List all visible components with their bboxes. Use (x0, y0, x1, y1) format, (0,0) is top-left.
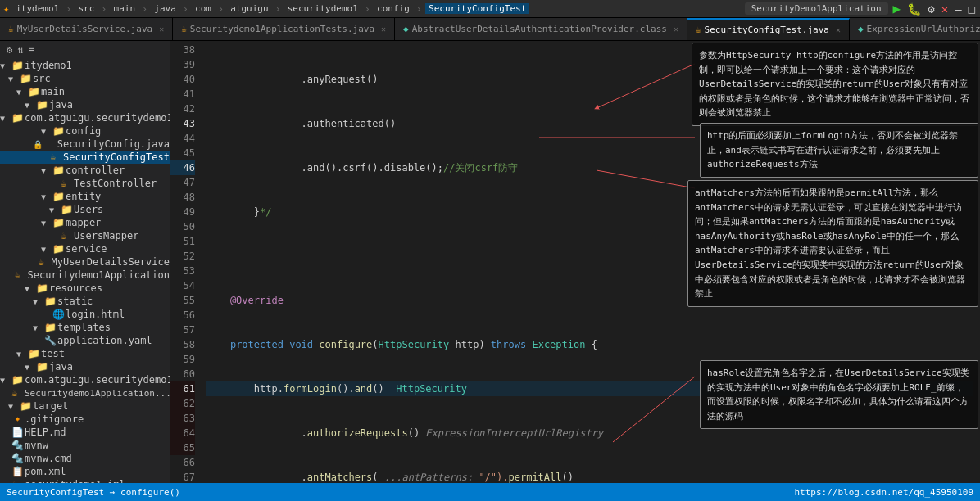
settings-icon[interactable]: ⚙ (926, 2, 936, 16)
status-bar: SecurityConfigTest → configure() https:/… (0, 483, 980, 501)
ln-61: 61 (170, 381, 195, 396)
ln-55: 55 (170, 293, 195, 308)
ln-60: 60 (170, 367, 195, 381)
ln-50: 50 (170, 219, 195, 234)
sidebar-item-appyaml[interactable]: 🔧application.yaml (0, 334, 170, 347)
sidebar-item-controller[interactable]: ▼📁controller (0, 164, 170, 177)
sidebar-item-com-atguigu[interactable]: ▼📁com.atguigu.securitydemo1 (0, 111, 170, 124)
sidebar-expand-icon[interactable]: ⇅ (17, 44, 23, 56)
ln-48: 48 (170, 190, 195, 205)
code-line-45: http.formLogin().and() HttpSecurity (206, 381, 973, 396)
tab-icon: ☕ (696, 25, 701, 35)
sidebar-item-target[interactable]: ▼📁target (0, 399, 170, 413)
sidebar-item-service[interactable]: ▼📁service (0, 242, 170, 255)
tab-close[interactable]: ✕ (836, 25, 841, 34)
sidebar-item-usersmapper[interactable]: ☕UsersMapper (0, 229, 170, 242)
sidebar-item-templates[interactable]: ▼📁templates (0, 321, 170, 334)
sidebar-item-java[interactable]: ▼📁java (0, 98, 170, 111)
tab-close[interactable]: ✕ (159, 25, 164, 34)
sidebar-item-gitignore[interactable]: 🔸.gitignore (0, 413, 170, 426)
sidebar-item-test-com[interactable]: ▼📁com.atguigu.securitydemo1 (0, 373, 170, 386)
main-content: ⚙ ⇅ ≡ ▼📁itydemo1 ▼📁src ▼📁main ▼📁java ▼📁c… (0, 41, 980, 483)
sidebar-item-static[interactable]: ▼📁static (0, 295, 170, 308)
sidebar-item-src[interactable]: ▼📁src (0, 72, 170, 85)
ln-65: 65 (170, 440, 195, 455)
tab-myuserdetails[interactable]: ☕ MyUserDetailsService.java ✕ (0, 18, 173, 40)
ln-41: 41 (170, 87, 195, 102)
tab-apptests[interactable]: ☕ Securitydemo1ApplicationTests.java ✕ (173, 18, 395, 40)
code-line-43: @Override (206, 293, 973, 308)
sidebar-collapse-icon[interactable]: ≡ (28, 44, 34, 56)
top-bar-securitydemo[interactable]: securitydemo1 (284, 3, 361, 14)
sidebar-item-securityconfig[interactable]: 🔒SecurityConfig.java (0, 138, 170, 151)
debug-button[interactable]: 🐛 (905, 2, 923, 16)
top-bar-src[interactable]: src (75, 3, 98, 14)
sidebar-item-resources[interactable]: ▼📁resources (0, 282, 170, 295)
tab-securityconfigtest[interactable]: ☕ SecurityConfigTest.java ✕ (687, 18, 850, 40)
minimize-icon[interactable]: — (953, 2, 963, 16)
ln-52: 52 (170, 249, 195, 264)
ln-47: 47 (170, 175, 195, 190)
sidebar-settings-icon[interactable]: ⚙ (7, 44, 12, 56)
top-bar-project[interactable]: itydemo1 (12, 3, 62, 14)
tab-label: Securitydemo1ApplicationTests.java (190, 24, 374, 34)
close-icon[interactable]: ✕ (940, 2, 950, 16)
code-line-41: }*/ (206, 205, 973, 219)
sidebar-item-root[interactable]: ▼📁itydemo1 (0, 59, 170, 72)
tab-icon: ☕ (8, 24, 14, 34)
sidebar-item-main[interactable]: ▼📁main (0, 85, 170, 98)
tab-label: ExpressionUrlAuthorizati... (867, 24, 980, 34)
run-button[interactable]: ▶ (892, 1, 903, 16)
tab-label: AbstractUserDetailsAuthenticationProvide… (412, 24, 667, 34)
ln-38: 38 (170, 43, 195, 57)
app-name[interactable]: SecurityDemo1Application (745, 2, 888, 15)
sidebar-item-mvnw[interactable]: 🔩mvnw (0, 439, 170, 452)
sidebar-item-securityconfigtest[interactable]: ☕SecurityConfigTest (0, 151, 170, 164)
sidebar-item-users[interactable]: ▼📁Users (0, 203, 170, 216)
status-url: https://blog.csdn.net/qq_45950109 (794, 487, 973, 498)
sidebar-item-apptests[interactable]: ☕Securitydemo1Application... (0, 386, 170, 399)
tab-close[interactable]: ✕ (674, 25, 678, 34)
ln-63: 63 (170, 411, 195, 426)
top-bar-java[interactable]: java (151, 3, 179, 14)
sidebar-item-mvnwcmd[interactable]: 🔩mvnw.cmd (0, 452, 170, 465)
sidebar-item-test[interactable]: ▼📁test (0, 347, 170, 360)
sidebar-item-testcontroller[interactable]: ☕TestController (0, 177, 170, 190)
tab-expressionurl[interactable]: ◆ ExpressionUrlAuthorizati... ✕ (850, 18, 980, 40)
editor-container: 38 39 40 41 42 43 44 45 46 47 48 49 50 5… (170, 41, 980, 483)
ln-51: 51 (170, 234, 195, 249)
top-bar-file[interactable]: SecurityConfigTest (425, 3, 529, 14)
top-bar-com[interactable]: com (192, 3, 215, 14)
ln-46: 46 (170, 160, 195, 175)
ln-40: 40 (170, 72, 195, 87)
ln-53: 53 (170, 264, 195, 278)
file-tabs: ☕ MyUserDetailsService.java ✕ ☕ Security… (0, 18, 980, 41)
sidebar-item-pom[interactable]: 📋pom.xml (0, 465, 170, 478)
ln-57: 57 (170, 323, 195, 337)
ln-62: 62 (170, 396, 195, 411)
sidebar-item-login[interactable]: 🌐login.html (0, 308, 170, 321)
tab-icon: ◆ (403, 24, 409, 34)
sidebar-item-myuserdetails[interactable]: ☕MyUserDetailsService (0, 255, 170, 269)
sidebar: ⚙ ⇅ ≡ ▼📁itydemo1 ▼📁src ▼📁main ▼📁java ▼📁c… (0, 41, 170, 483)
code-line-38: .anyRequest() (206, 72, 973, 87)
sidebar-tree: ▼📁itydemo1 ▼📁src ▼📁main ▼📁java ▼📁com.atg… (0, 59, 170, 483)
sidebar-item-config[interactable]: ▼📁config (0, 124, 170, 138)
tab-close[interactable]: ✕ (381, 25, 386, 34)
sidebar-item-securitydemo1app[interactable]: ☕Securitydemo1Application (0, 269, 170, 282)
maximize-icon[interactable]: □ (967, 2, 977, 16)
top-bar-atguigu[interactable]: atguigu (227, 3, 271, 14)
top-bar-main[interactable]: main (111, 3, 139, 14)
sidebar-item-helpmd[interactable]: 📄HELP.md (0, 426, 170, 439)
sidebar-item-entity[interactable]: ▼📁entity (0, 190, 170, 203)
ln-39: 39 (170, 57, 195, 72)
tab-abstractprovider[interactable]: ◆ AbstractUserDetailsAuthenticationProvi… (395, 18, 687, 40)
sidebar-item-mapper[interactable]: ▼📁mapper (0, 216, 170, 229)
code-area[interactable]: .anyRequest() .authenticated() .and().cs… (200, 41, 980, 483)
ln-67: 67 (170, 470, 195, 483)
top-bar-config[interactable]: config (374, 3, 413, 14)
code-line-40: .and().csrf().disable();//关闭csrf防守 (206, 160, 973, 175)
editor-area: 38 39 40 41 42 43 44 45 46 47 48 49 50 5… (170, 41, 980, 483)
tab-label: MyUserDetailsService.java (17, 24, 153, 34)
sidebar-item-test-java[interactable]: ▼📁java (0, 360, 170, 373)
